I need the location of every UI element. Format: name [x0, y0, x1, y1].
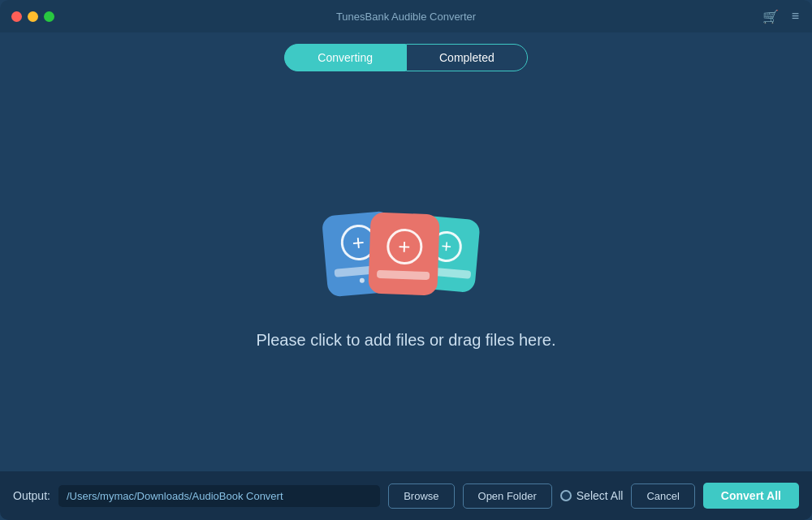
cart-icon[interactable]: 🛒	[762, 9, 779, 24]
cancel-button[interactable]: Cancel	[631, 483, 694, 509]
select-all-label: Select All	[577, 489, 624, 502]
titlebar: TunesBank Audible Converter 🛒 ≡	[0, 0, 812, 32]
titlebar-actions: 🛒 ≡	[762, 9, 799, 24]
drop-zone[interactable]: + + + Please click to add files or drag …	[256, 80, 555, 471]
menu-icon[interactable]: ≡	[792, 9, 799, 24]
select-all-radio[interactable]	[560, 490, 572, 501]
drop-hint-text: Please click to add files or drag files …	[256, 331, 555, 350]
output-path-input[interactable]	[58, 485, 380, 507]
minimize-button[interactable]	[28, 11, 38, 22]
book-dot-blue	[359, 278, 365, 284]
tab-completed[interactable]: Completed	[406, 44, 528, 71]
bottom-bar: Output: Browse Open Folder Select All Ca…	[0, 471, 812, 520]
main-area: Converting Completed + + + Please click …	[0, 32, 812, 471]
app-title: TunesBank Audible Converter	[336, 11, 476, 23]
traffic-lights	[11, 11, 54, 22]
book-base-red	[377, 270, 430, 280]
open-folder-button[interactable]: Open Folder	[463, 483, 552, 509]
browse-button[interactable]: Browse	[388, 483, 454, 509]
select-all-group[interactable]: Select All	[560, 489, 624, 502]
maximize-button[interactable]	[44, 11, 54, 22]
close-button[interactable]	[11, 11, 22, 22]
output-label: Output:	[13, 489, 50, 502]
book-icon-red: +	[368, 213, 439, 296]
tab-converting[interactable]: Converting	[284, 44, 406, 71]
app-icon-group: + + +	[309, 201, 503, 307]
tab-bar: Converting Completed	[284, 32, 527, 80]
convert-all-button[interactable]: Convert All	[703, 483, 799, 509]
plus-icon-red: +	[386, 228, 423, 265]
